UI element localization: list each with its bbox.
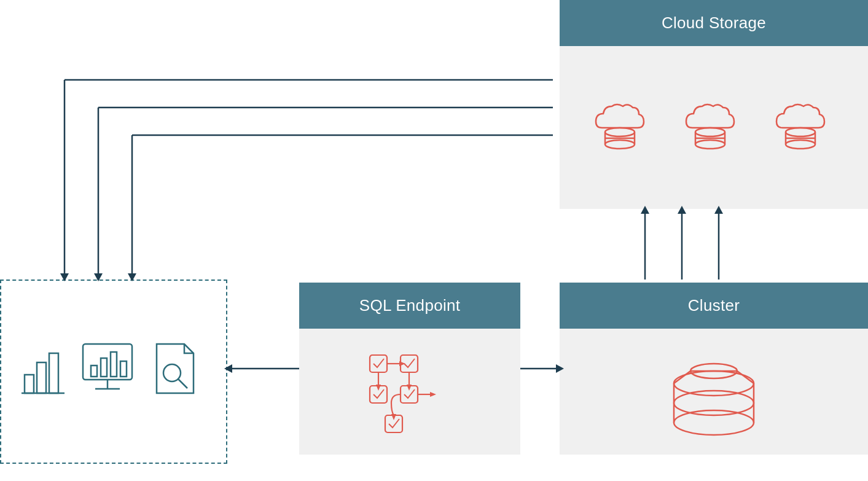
svg-marker-21 bbox=[399, 361, 405, 366]
tools-box bbox=[0, 280, 227, 464]
svg-rect-38 bbox=[25, 375, 34, 393]
svg-marker-26 bbox=[391, 414, 396, 420]
svg-rect-46 bbox=[101, 358, 107, 377]
cluster-box: Cluster bbox=[560, 283, 868, 455]
svg-point-29 bbox=[674, 410, 754, 435]
svg-rect-47 bbox=[111, 352, 117, 377]
diagram-container: Cloud Storage bbox=[0, 0, 868, 481]
svg-rect-40 bbox=[49, 353, 58, 393]
svg-marker-28 bbox=[430, 392, 436, 397]
svg-rect-45 bbox=[91, 366, 97, 377]
cluster-header: Cluster bbox=[560, 283, 868, 329]
cloud-db-icon-3 bbox=[770, 94, 838, 162]
tools-icons-container bbox=[6, 329, 221, 415]
cluster-body bbox=[560, 329, 868, 455]
sql-endpoint-header: SQL Endpoint bbox=[299, 283, 520, 329]
bar-chart-icon bbox=[18, 344, 74, 399]
svg-rect-39 bbox=[37, 362, 46, 393]
svg-point-0 bbox=[605, 128, 635, 136]
svg-marker-25 bbox=[407, 385, 412, 391]
cloud-db-icon-1 bbox=[590, 94, 657, 162]
document-search-icon bbox=[147, 341, 209, 402]
svg-point-5 bbox=[695, 128, 725, 136]
sql-workflow-icon bbox=[361, 343, 459, 441]
svg-point-13 bbox=[786, 140, 815, 149]
cloud-storage-header: Cloud Storage bbox=[560, 0, 868, 46]
cloud-db-icon-2 bbox=[680, 94, 748, 162]
svg-point-10 bbox=[786, 128, 815, 136]
svg-line-50 bbox=[178, 379, 187, 388]
svg-rect-48 bbox=[120, 361, 127, 377]
sql-endpoint-body bbox=[299, 329, 520, 455]
svg-rect-15 bbox=[370, 355, 387, 372]
cloud-storage-body bbox=[560, 46, 868, 209]
svg-marker-23 bbox=[376, 385, 381, 391]
svg-line-35 bbox=[737, 371, 754, 383]
cluster-icon bbox=[659, 343, 769, 441]
monitor-chart-icon bbox=[80, 341, 141, 402]
svg-line-34 bbox=[674, 371, 690, 383]
svg-point-8 bbox=[695, 140, 725, 149]
svg-point-49 bbox=[163, 364, 181, 381]
sql-endpoint-box: SQL Endpoint bbox=[299, 283, 520, 455]
svg-point-30 bbox=[674, 391, 754, 415]
svg-point-3 bbox=[605, 140, 635, 149]
cloud-storage-box: Cloud Storage bbox=[560, 0, 868, 209]
